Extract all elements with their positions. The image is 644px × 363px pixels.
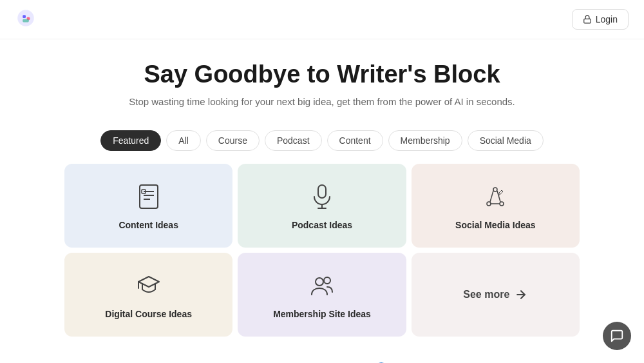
hero-subtitle: Stop wasting time looking for your next … [15, 96, 629, 107]
podcast-ideas-icon [307, 181, 337, 212]
tab-podcast[interactable]: Podcast [265, 130, 322, 151]
card-membership-site-ideas[interactable]: Membership Site Ideas [238, 253, 406, 337]
social-media-ideas-label: Social Media Ideas [455, 220, 536, 230]
hero-section: Say Goodbye to Writer's Block Stop wasti… [0, 39, 644, 120]
membership-site-ideas-icon [307, 270, 337, 301]
svg-point-13 [324, 277, 330, 284]
chat-icon [610, 329, 624, 343]
tab-featured[interactable]: Featured [100, 130, 161, 151]
digital-course-ideas-label: Digital Course Ideas [105, 309, 192, 319]
card-content-ideas[interactable]: Content Ideas [64, 164, 232, 248]
see-more-inner: See more [463, 288, 527, 301]
podcast-ideas-label: Podcast Ideas [292, 220, 352, 230]
tab-membership[interactable]: Membership [388, 130, 462, 151]
svg-rect-0 [583, 19, 591, 23]
content-ideas-label: Content Ideas [118, 220, 178, 230]
content-ideas-icon [133, 181, 164, 212]
social-media-ideas-icon [480, 181, 511, 212]
tab-social-media[interactable]: Social Media [468, 130, 544, 151]
svg-line-10 [497, 191, 500, 202]
tab-content[interactable]: Content [327, 130, 383, 151]
ideas-grid: Content Ideas Podcast Ideas Social Media… [0, 164, 644, 337]
see-more-label: See more [463, 289, 509, 300]
membership-site-ideas-label: Membership Site Ideas [273, 309, 371, 319]
hero-title: Say Goodbye to Writer's Block [15, 60, 629, 90]
svg-rect-1 [140, 185, 158, 208]
filter-tabs: Featured All Course Podcast Content Memb… [0, 120, 644, 161]
footer: Terms of Service Privacy Policy Built by… [0, 347, 644, 363]
card-podcast-ideas[interactable]: Podcast Ideas [238, 164, 406, 248]
chat-bubble-button[interactable] [603, 322, 631, 350]
logo [15, 8, 36, 31]
login-button[interactable]: Login [572, 9, 629, 30]
arrow-right-icon [515, 288, 527, 301]
card-see-more[interactable]: See more [412, 253, 580, 337]
svg-point-12 [316, 278, 323, 286]
card-digital-course-ideas[interactable]: Digital Course Ideas [64, 253, 232, 337]
header: Login [0, 0, 644, 39]
card-social-media-ideas[interactable]: Social Media Ideas [412, 164, 580, 248]
login-label: Login [596, 14, 618, 25]
digital-course-ideas-icon [133, 270, 164, 301]
tab-all[interactable]: All [166, 130, 201, 151]
svg-line-9 [490, 191, 493, 202]
tab-course[interactable]: Course [206, 130, 260, 151]
svg-rect-6 [318, 185, 326, 198]
